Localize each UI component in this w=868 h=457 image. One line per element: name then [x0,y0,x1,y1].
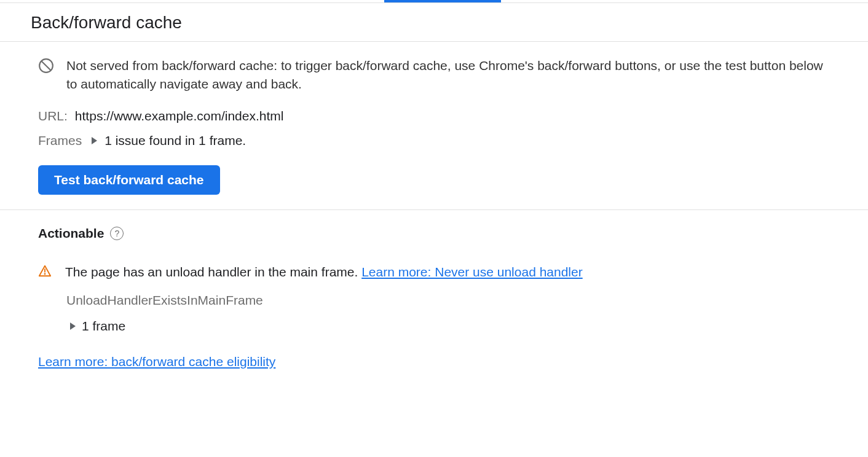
expand-icon [92,137,97,144]
status-section: Not served from back/forward cache: to t… [0,42,868,209]
panel-header: Back/forward cache [0,3,868,41]
frame-count: 1 frame [82,319,125,334]
blocked-icon [38,58,54,77]
svg-line-1 [41,61,50,70]
learn-more-unload-link[interactable]: Learn more: Never use unload handler [361,265,583,279]
svg-point-3 [44,273,45,274]
actionable-header: Actionable [38,226,830,241]
issue-message: The page has an unload handler in the ma… [65,265,361,279]
frames-summary: 1 issue found in 1 frame. [105,133,246,148]
url-value: https://www.example.com/index.html [75,109,284,123]
frames-label: Frames [38,133,82,148]
actionable-section: Actionable The page has an unload handle… [0,210,868,388]
learn-more-eligibility-link[interactable]: Learn more: back/forward cache eligibili… [38,354,275,369]
warning-icon [38,264,52,281]
help-icon[interactable] [110,227,124,240]
info-row: Not served from back/forward cache: to t… [38,57,830,94]
url-label: URL: [38,109,68,123]
expand-icon [70,322,76,330]
issue-text: The page has an unload handler in the ma… [65,263,583,281]
page-title: Back/forward cache [31,13,837,33]
actionable-heading: Actionable [38,226,104,241]
frames-row[interactable]: Frames 1 issue found in 1 frame. [38,133,830,148]
frame-count-row[interactable]: 1 frame [66,319,830,334]
url-row: URL: https://www.example.com/index.html [38,109,830,123]
test-bfcache-button[interactable]: Test back/forward cache [38,165,220,195]
issue-row: The page has an unload handler in the ma… [38,263,830,281]
info-text: Not served from back/forward cache: to t… [66,57,830,94]
issue-code: UnloadHandlerExistsInMainFrame [66,293,830,308]
